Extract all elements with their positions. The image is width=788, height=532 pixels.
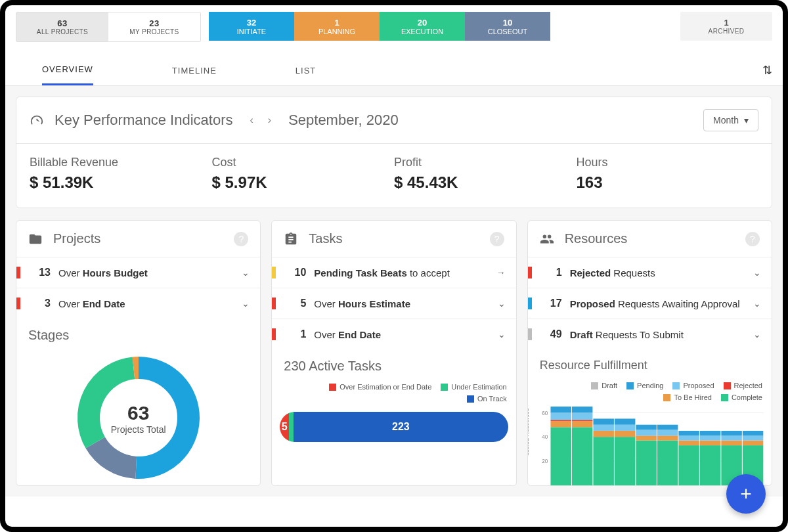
metric-hours: Hours 163 (577, 156, 759, 192)
svg-rect-18 (593, 425, 613, 431)
svg-rect-42 (721, 435, 741, 440)
resources-title: Resources (565, 231, 628, 246)
svg-rect-20 (615, 437, 635, 485)
svg-text:40: 40 (542, 433, 548, 440)
svg-rect-45 (742, 441, 762, 445)
tab-list[interactable]: LIST (296, 56, 316, 85)
clipboard-icon (284, 232, 298, 246)
filter-archived[interactable]: 1 ARCHIVED (680, 12, 772, 41)
resources-panel: Resources ? 1Rejected Requests⌄17Propose… (527, 220, 772, 486)
svg-text:60: 60 (542, 409, 548, 416)
svg-rect-41 (721, 441, 741, 445)
kpi-prev-icon[interactable]: ‹ (250, 114, 253, 126)
chevron-icon: ⌄ (498, 329, 506, 340)
period-select[interactable]: Month ▾ (703, 109, 758, 131)
filter-all-projects[interactable]: 63 ALL PROJECTS (16, 12, 108, 41)
folder-icon (28, 232, 43, 246)
svg-rect-9 (550, 412, 571, 420)
kpi-next-icon[interactable]: › (268, 114, 271, 126)
svg-rect-28 (657, 441, 678, 485)
kpi-title: Key Performance Indicators (55, 112, 232, 129)
svg-rect-21 (615, 431, 635, 437)
filter-all-count: 63 (57, 18, 67, 28)
chevron-icon: ⌄ (753, 298, 761, 309)
fab-add-button[interactable]: + (726, 474, 766, 514)
projects-row-1[interactable]: 3Over End Date⌄ (16, 288, 260, 319)
svg-rect-34 (678, 435, 699, 440)
svg-rect-32 (678, 445, 699, 485)
svg-rect-22 (615, 425, 635, 431)
stages-donut: 63 Projects Total (16, 347, 260, 483)
kpi-card: Key Performance Indicators ‹ › September… (16, 97, 772, 208)
tasks-bar-chart: 5 223 (280, 412, 508, 442)
sort-icon[interactable]: ⇅ (762, 63, 772, 78)
resources-row-1[interactable]: 17Proposed Requests Awaiting Approval⌄ (528, 288, 772, 319)
projects-title: Projects (53, 231, 100, 246)
tasks-row-2[interactable]: 1Over End Date⌄ (272, 319, 515, 349)
fulfillment-chart: uested Resources 204060 (528, 407, 772, 485)
period-label: Month (713, 115, 739, 125)
svg-rect-43 (721, 431, 741, 435)
archived-label: ARCHIVED (709, 28, 745, 35)
svg-rect-27 (636, 425, 656, 430)
svg-rect-31 (657, 425, 678, 430)
svg-rect-24 (636, 441, 656, 485)
gauge-icon (30, 113, 44, 127)
chevron-icon: ⌄ (242, 298, 250, 309)
projects-panel: Projects ? 13Over Hours Budget⌄3Over End… (16, 220, 261, 486)
projects-row-0[interactable]: 13Over Hours Budget⌄ (16, 257, 260, 288)
help-icon[interactable]: ? (745, 232, 760, 246)
svg-rect-46 (742, 435, 762, 440)
metric-profit: Profit $ 45.43K (394, 156, 577, 192)
svg-rect-47 (742, 431, 762, 435)
filter-all-label: ALL PROJECTS (37, 28, 88, 35)
chevron-icon: ⌄ (242, 267, 250, 278)
svg-rect-36 (700, 445, 720, 485)
svg-rect-13 (572, 420, 592, 421)
stages-title: Stages (16, 319, 260, 347)
tasks-row-1[interactable]: 5Over Hours Estimate⌄ (272, 288, 515, 319)
svg-rect-23 (615, 418, 635, 424)
stage-closeout[interactable]: 10CLOSEOUT (465, 12, 550, 41)
svg-text:20: 20 (542, 458, 548, 464)
help-icon[interactable]: ? (234, 232, 248, 246)
stage-planning[interactable]: 1PLANNING (294, 12, 380, 41)
svg-rect-7 (550, 421, 571, 427)
tab-timeline[interactable]: TIMELINE (172, 56, 217, 85)
svg-rect-25 (636, 435, 656, 440)
svg-rect-12 (572, 421, 592, 427)
archived-count: 1 (724, 18, 728, 28)
metric-revenue: Billable Revenue $ 51.39K (30, 156, 212, 192)
resources-row-2[interactable]: 49Draft Requests To Submit⌄ (528, 319, 772, 349)
stage-initiate[interactable]: 32INITIATE (209, 12, 294, 41)
kpi-month: September, 2020 (288, 112, 399, 129)
svg-rect-16 (593, 437, 613, 485)
resources-row-0[interactable]: 1Rejected Requests⌄ (528, 257, 772, 288)
svg-rect-8 (550, 420, 571, 421)
active-tasks-title: 230 Active Tasks (272, 349, 515, 378)
svg-rect-35 (678, 431, 699, 435)
donut-total: 63 (111, 402, 166, 424)
svg-rect-17 (593, 431, 613, 437)
svg-rect-14 (572, 412, 592, 420)
chevron-icon: ⌄ (753, 267, 761, 278)
help-icon[interactable]: ? (490, 232, 504, 246)
tasks-title: Tasks (309, 231, 342, 246)
filter-my-count: 23 (149, 18, 159, 28)
metric-cost: Cost $ 5.97K (212, 156, 395, 192)
svg-rect-39 (700, 431, 720, 435)
svg-rect-15 (572, 407, 592, 412)
people-icon (540, 232, 554, 246)
svg-rect-30 (657, 430, 678, 435)
resources-legend: Draft Pending Proposed Rejected To Be Hi… (528, 376, 772, 407)
tasks-legend: Over Estimation or End Date Under Estima… (272, 378, 515, 408)
svg-rect-37 (700, 441, 720, 445)
svg-rect-29 (657, 435, 678, 440)
chevron-icon: ⌄ (498, 298, 506, 309)
donut-label: Projects Total (111, 424, 166, 435)
tab-overview[interactable]: OVERVIEW (42, 55, 93, 85)
stage-execution[interactable]: 20EXECUTION (380, 12, 465, 41)
tasks-row-0[interactable]: 10Pending Task Beats to accept→ (272, 257, 515, 288)
filter-my-projects[interactable]: 23 MY PROJECTS (108, 12, 200, 41)
chevron-icon: → (496, 267, 506, 278)
